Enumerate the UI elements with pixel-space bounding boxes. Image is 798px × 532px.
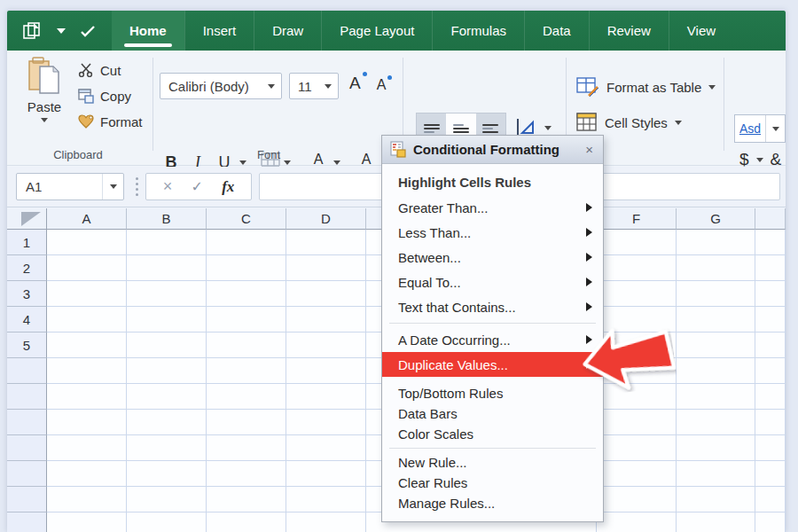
row-header-1[interactable]: 1 bbox=[7, 230, 47, 255]
cell[interactable] bbox=[677, 512, 755, 532]
cell[interactable] bbox=[47, 358, 127, 384]
row-header-blank[interactable] bbox=[7, 358, 47, 384]
row-header-blank[interactable] bbox=[7, 435, 47, 461]
cell[interactable] bbox=[755, 487, 786, 512]
menu-item-color-scales[interactable]: Color Scales bbox=[382, 424, 603, 444]
cell[interactable] bbox=[755, 410, 786, 435]
format-as-table-button[interactable]: Format as Table bbox=[576, 77, 716, 97]
cell[interactable] bbox=[47, 307, 127, 332]
cell[interactable] bbox=[286, 307, 366, 332]
column-header-f[interactable]: F bbox=[597, 208, 677, 230]
cell[interactable] bbox=[207, 461, 286, 487]
cell[interactable] bbox=[286, 384, 366, 410]
cell[interactable] bbox=[47, 255, 127, 281]
tab-view[interactable]: View bbox=[669, 11, 733, 51]
cell[interactable] bbox=[755, 358, 786, 384]
cell[interactable] bbox=[127, 384, 207, 410]
tab-formulas[interactable]: Formulas bbox=[432, 11, 524, 51]
tab-home[interactable]: Home bbox=[112, 11, 184, 51]
cell[interactable] bbox=[207, 384, 286, 410]
cell[interactable] bbox=[286, 410, 366, 435]
cell[interactable] bbox=[677, 384, 755, 410]
cell[interactable] bbox=[677, 230, 755, 255]
cell[interactable] bbox=[677, 255, 755, 281]
enter-button[interactable]: ✓ bbox=[191, 178, 202, 195]
cell[interactable] bbox=[47, 487, 127, 512]
cell[interactable] bbox=[286, 230, 366, 255]
cell[interactable] bbox=[286, 487, 366, 512]
menu-item-clear-rules[interactable]: Clear Rules bbox=[382, 473, 603, 493]
cell[interactable] bbox=[677, 281, 755, 307]
cell[interactable] bbox=[47, 512, 127, 532]
row-header-4[interactable]: 4 bbox=[7, 307, 47, 332]
cell[interactable] bbox=[47, 230, 127, 255]
cell[interactable] bbox=[286, 435, 366, 461]
close-icon[interactable]: × bbox=[583, 142, 596, 157]
format-painter-button[interactable]: Format bbox=[78, 109, 143, 134]
cell[interactable] bbox=[47, 384, 127, 410]
fill-color-dropdown-icon[interactable] bbox=[333, 160, 340, 165]
cell[interactable] bbox=[47, 435, 127, 461]
style-gallery[interactable]: Asd bbox=[734, 114, 786, 143]
menu-item-between[interactable]: Between... bbox=[382, 245, 603, 270]
cell[interactable] bbox=[755, 255, 786, 281]
column-header-g[interactable]: G bbox=[677, 208, 755, 230]
menu-item-top-bottom-rules[interactable]: Top/Bottom Rules bbox=[382, 383, 603, 403]
cell[interactable] bbox=[127, 435, 207, 461]
cell[interactable] bbox=[597, 281, 677, 307]
cell[interactable] bbox=[207, 332, 286, 358]
cell[interactable] bbox=[286, 281, 366, 307]
menu-item-equal-to[interactable]: Equal To... bbox=[382, 270, 603, 294]
cell[interactable] bbox=[677, 435, 755, 461]
tab-insert[interactable]: Insert bbox=[184, 11, 254, 51]
row-header-blank[interactable] bbox=[7, 384, 47, 410]
tab-review[interactable]: Review bbox=[589, 11, 669, 51]
column-header-c[interactable]: C bbox=[207, 208, 286, 230]
cell[interactable] bbox=[47, 461, 127, 487]
cell[interactable] bbox=[207, 281, 286, 307]
name-box-dropdown-icon[interactable] bbox=[110, 184, 117, 189]
cell[interactable] bbox=[597, 435, 677, 461]
cancel-button[interactable]: × bbox=[163, 177, 173, 196]
currency-dropdown-icon[interactable] bbox=[756, 158, 763, 162]
paste-dropdown-icon[interactable] bbox=[41, 118, 48, 122]
menu-item-duplicate-values[interactable]: Duplicate Values... bbox=[382, 352, 603, 377]
copy-button[interactable]: Copy bbox=[78, 83, 143, 108]
formula-bar-handle[interactable] bbox=[136, 177, 138, 196]
name-box[interactable]: A1 bbox=[16, 173, 124, 200]
cell[interactable] bbox=[677, 332, 755, 358]
cell[interactable] bbox=[755, 332, 786, 358]
orientation-dropdown-icon[interactable] bbox=[544, 126, 552, 130]
column-header-b[interactable]: B bbox=[127, 208, 207, 230]
cell[interactable] bbox=[597, 512, 677, 532]
cell[interactable] bbox=[286, 358, 366, 384]
cell[interactable] bbox=[207, 358, 286, 384]
menu-item-text-that-contains[interactable]: Text that Contains... bbox=[382, 294, 603, 319]
cell[interactable] bbox=[677, 307, 755, 332]
cell[interactable] bbox=[677, 487, 755, 512]
insert-function-button[interactable]: fx bbox=[222, 178, 234, 196]
menu-item-data-bars[interactable]: Data Bars bbox=[382, 403, 603, 424]
cell[interactable] bbox=[127, 358, 207, 384]
cell[interactable] bbox=[207, 435, 286, 461]
cell[interactable] bbox=[597, 255, 677, 281]
row-header-3[interactable]: 3 bbox=[7, 281, 47, 307]
cell[interactable] bbox=[755, 512, 786, 532]
cell[interactable] bbox=[286, 512, 366, 532]
cell[interactable] bbox=[127, 410, 207, 435]
font-size-select[interactable]: 11 bbox=[289, 73, 339, 99]
cell[interactable] bbox=[597, 461, 677, 487]
cell[interactable] bbox=[47, 281, 127, 307]
chevron-down-icon[interactable] bbox=[57, 28, 66, 34]
cut-button[interactable]: Cut bbox=[78, 58, 143, 82]
tab-draw[interactable]: Draw bbox=[254, 11, 321, 51]
app-pages-icon[interactable] bbox=[21, 20, 43, 42]
decrease-font-size-button[interactable]: A bbox=[377, 77, 387, 93]
cell[interactable] bbox=[597, 487, 677, 512]
cell[interactable] bbox=[207, 307, 286, 332]
cell[interactable] bbox=[127, 512, 207, 532]
style-gallery-dropdown[interactable] bbox=[765, 115, 785, 142]
row-header-blank[interactable] bbox=[7, 461, 47, 487]
font-name-select[interactable]: Calibri (Body) bbox=[160, 73, 282, 99]
row-header-blank[interactable] bbox=[7, 487, 47, 512]
